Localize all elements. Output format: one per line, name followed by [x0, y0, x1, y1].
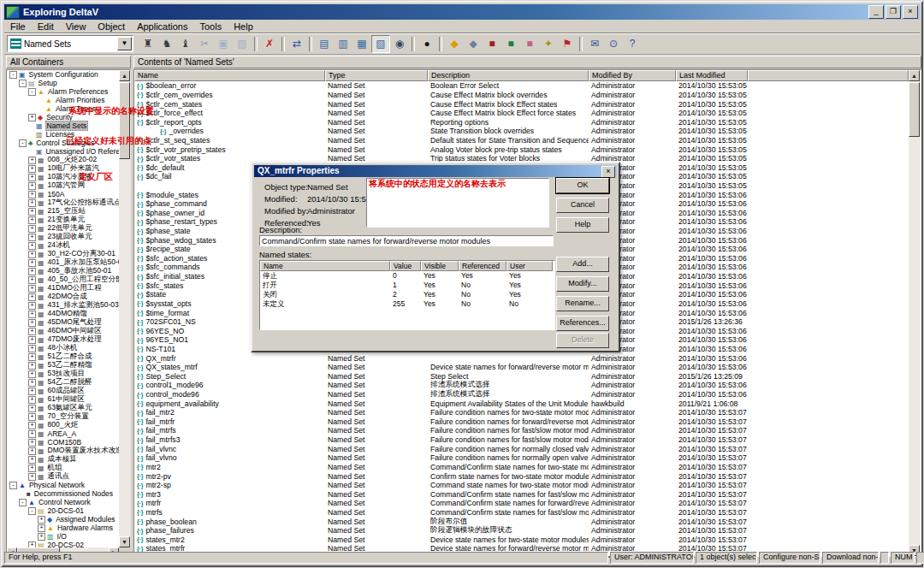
tree-item-20-dcs-02[interactable]: +▤20-DCS-02: [7, 541, 119, 547]
expand-icon[interactable]: +: [28, 191, 36, 198]
references-button[interactable]: References...: [556, 316, 609, 331]
module-library-icon[interactable]: ■: [501, 35, 520, 53]
table-row[interactable]: {∙}mtr2-spNamed SetCommand state names f…: [134, 481, 909, 490]
dialog-title-bar[interactable]: QX_mtrfr Properties: [254, 165, 617, 177]
user-manager-icon[interactable]: ●: [418, 35, 436, 53]
small-icons-view-icon[interactable]: ▥: [334, 35, 352, 53]
expand-icon[interactable]: +: [28, 311, 36, 318]
tree-item-setup[interactable]: -▤Setup: [7, 79, 119, 87]
table-row[interactable]: {∙}fail_mtr2Named SetFailure condition n…: [134, 408, 909, 417]
tag-icon[interactable]: ■: [520, 35, 539, 53]
ok-button[interactable]: OK: [556, 178, 609, 193]
table-row[interactable]: {∙}fail_vlvnoNamed SetFailure condition …: [134, 453, 909, 463]
help-button[interactable]: Help: [556, 217, 609, 233]
states-column-name[interactable]: Name: [260, 261, 390, 271]
details-view-icon[interactable]: ▧: [371, 35, 390, 53]
expand-icon[interactable]: +: [38, 533, 45, 541]
column-header-blank[interactable]: [748, 70, 909, 81]
expand-icon[interactable]: +: [28, 199, 36, 207]
table-row[interactable]: {∙}states_mtr2Named SetDevice state name…: [134, 535, 909, 544]
expand-icon[interactable]: +: [28, 362, 36, 370]
named-state-row[interactable]: 关闭2YesNoYes: [260, 290, 554, 299]
table-row[interactable]: {∙}$ctlr_cem_statesNamed SetCause Effect…: [134, 99, 909, 109]
paste-icon[interactable]: ▨: [233, 35, 252, 53]
table-row[interactable]: {∙}mtrfrNamed SetCommand/Confirm state n…: [134, 499, 909, 508]
table-row[interactable]: {∙}fail_vlvncNamed SetFailure condition …: [134, 444, 909, 453]
table-row[interactable]: {∙}$ctlr_cem_overridesNamed SetCause Eff…: [134, 91, 909, 100]
expand-icon[interactable]: +: [28, 345, 36, 352]
table-row[interactable]: {∙}mtr2Named SetCommand/Confirm state na…: [134, 463, 909, 472]
menu-file[interactable]: File: [4, 21, 32, 33]
expand-icon[interactable]: +: [28, 379, 36, 387]
flag-icon[interactable]: ⚑: [558, 35, 577, 53]
tree-vscroll-thumb[interactable]: [119, 82, 130, 159]
table-row[interactable]: {∙}fail_mtrfsNamed SetFailure condition …: [134, 426, 909, 435]
delete-button[interactable]: Delete: [556, 333, 609, 348]
menu-help[interactable]: Help: [228, 21, 259, 33]
expand-icon[interactable]: +: [38, 524, 45, 532]
collapse-icon[interactable]: -: [28, 507, 36, 515]
table-row[interactable]: {∙}control_mode96Named Set排渣系统模式选择Admini…: [134, 390, 909, 399]
expand-icon[interactable]: +: [28, 319, 36, 327]
expand-icon[interactable]: +: [28, 473, 36, 481]
expand-icon[interactable]: +: [38, 516, 45, 524]
table-row[interactable]: {∙}equipment_availabilityNamed SetEquipm…: [134, 399, 909, 408]
named-state-row[interactable]: 打开1YesNoYes: [260, 281, 554, 290]
expand-icon[interactable]: +: [28, 276, 36, 284]
expand-icon[interactable]: +: [28, 114, 36, 121]
history-icon[interactable]: ⊙: [604, 35, 623, 53]
table-row[interactable]: {∙}fail_mtrfrNamed SetFailure condition …: [134, 417, 909, 427]
table-row[interactable]: {∙}QX_states_mtrfNamed SetDevice state n…: [134, 363, 909, 372]
expand-icon[interactable]: +: [28, 182, 36, 190]
named-state-row[interactable]: 未定义255YesNoNo: [260, 299, 554, 309]
help-icon[interactable]: ?: [623, 35, 642, 53]
table-row[interactable]: {∙}fail_mtrfs3Named SetFailure condition…: [134, 435, 909, 445]
states-column-referenced[interactable]: Referenced: [459, 261, 506, 271]
expand-icon[interactable]: +: [28, 422, 36, 429]
large-icons-view-icon[interactable]: ▤: [315, 35, 334, 53]
tree-item-physical-network[interactable]: -▲Physical Network: [7, 481, 119, 489]
tree-item-assigned-modules[interactable]: +◆Assigned Modules: [7, 515, 119, 524]
expand-icon[interactable]: +: [28, 157, 36, 164]
expand-icon[interactable]: +: [28, 336, 36, 344]
expand-icon[interactable]: +: [28, 439, 36, 447]
tree-item-alarm-priorities[interactable]: ▲Alarm Priorities: [7, 96, 119, 104]
close-button[interactable]: ×: [903, 5, 918, 19]
expand-icon[interactable]: +: [28, 251, 36, 258]
menu-tools[interactable]: Tools: [193, 21, 228, 33]
tree-item-800-[interactable]: +▦800_火炬: [7, 421, 119, 429]
table-row[interactable]: {∙}$ctlr_force_effectNamed SetCause Effe…: [134, 109, 909, 118]
collapse-icon[interactable]: -: [9, 71, 17, 79]
expand-icon[interactable]: +: [28, 541, 36, 548]
menu-applications[interactable]: Applications: [131, 21, 193, 33]
expand-icon[interactable]: +: [28, 447, 36, 455]
table-row[interactable]: {∙}mtr2-pvNamed SetConfirm state names f…: [134, 471, 909, 481]
column-header-last-modified[interactable]: Last Modified: [676, 70, 748, 81]
table-row[interactable]: {∙}$ctlr_report_optsNamed SetReporting o…: [134, 117, 909, 127]
expand-icon[interactable]: +: [28, 328, 36, 335]
menu-edit[interactable]: Edit: [32, 21, 60, 33]
table-row[interactable]: {∙}mtr3Named SetCommand/Confirm state na…: [134, 489, 909, 499]
expand-icon[interactable]: +: [28, 259, 36, 267]
expand-icon[interactable]: +: [28, 242, 36, 250]
states-column-value[interactable]: Value: [390, 261, 421, 271]
explorer-hierarchy-icon[interactable]: ♜: [139, 35, 157, 53]
title-bar[interactable]: Exploring DeltaV _ ❐ ×: [4, 4, 920, 20]
menu-view[interactable]: View: [60, 21, 92, 33]
expand-icon[interactable]: +: [28, 302, 36, 310]
expand-icon[interactable]: +: [28, 413, 36, 421]
upload-icon[interactable]: ◆: [464, 35, 483, 53]
download-icon[interactable]: ◆: [445, 35, 464, 53]
swap-icon[interactable]: ⇄: [287, 35, 306, 53]
table-row[interactable]: {∙}QX_mtrfrNamed SetAdministrator2014/10…: [134, 353, 909, 363]
add-button[interactable]: Add...: [556, 257, 609, 272]
scroll-up-icon[interactable]: ▲: [119, 70, 130, 81]
cancel-button[interactable]: Cancel: [556, 198, 609, 213]
expand-icon[interactable]: +: [28, 174, 36, 181]
tree-item-system-configuration[interactable]: -▣System Configuration: [7, 70, 119, 79]
explorer-modules-icon[interactable]: ♝: [176, 35, 195, 53]
combobox-dropdown-icon[interactable]: ▼: [117, 37, 132, 50]
expand-icon[interactable]: +: [28, 388, 36, 395]
expand-icon[interactable]: +: [28, 165, 36, 173]
column-header-name[interactable]: Name: [134, 70, 325, 81]
